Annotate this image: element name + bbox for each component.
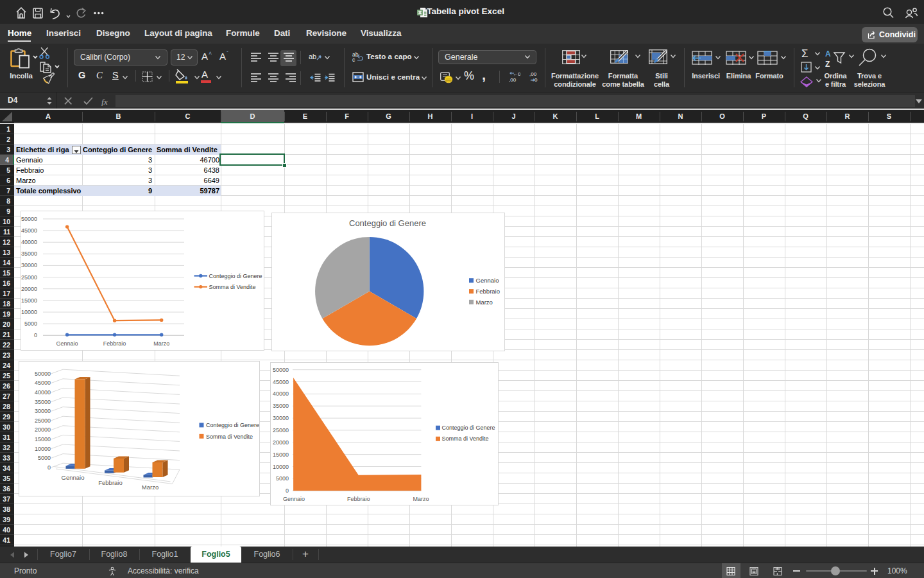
svg-text:10000: 10000	[273, 464, 289, 470]
svg-text:Conteggio di Genere: Conteggio di Genere	[209, 273, 262, 279]
svg-text:Marzo: Marzo	[153, 340, 169, 347]
svg-text:25000: 25000	[273, 427, 289, 434]
svg-text:20000: 20000	[21, 286, 37, 292]
svg-text:Gennaio: Gennaio	[283, 496, 305, 502]
svg-text:25000: 25000	[35, 417, 51, 424]
svg-text:,00: ,00	[509, 77, 517, 83]
svg-text:45000: 45000	[35, 380, 51, 386]
svg-text:Gennaio: Gennaio	[62, 474, 85, 481]
svg-text:15000: 15000	[21, 297, 37, 304]
svg-text:25000: 25000	[21, 274, 37, 281]
svg-text:30000: 30000	[273, 415, 289, 421]
svg-text:Marzo: Marzo	[413, 496, 429, 502]
svg-text:Somma di Vendite: Somma di Vendite	[442, 435, 489, 442]
svg-text:15000: 15000	[35, 436, 51, 442]
svg-text:,00: ,00	[529, 71, 537, 77]
svg-text:Conteggio di Genere: Conteggio di Genere	[349, 218, 426, 228]
svg-text:ab: ab	[309, 53, 316, 60]
svg-text:40000: 40000	[35, 389, 51, 396]
svg-text:Febbraio: Febbraio	[476, 288, 501, 295]
svg-text:10000: 10000	[21, 309, 37, 315]
svg-text:Somma di Vendite: Somma di Vendite	[206, 434, 253, 440]
svg-text:15000: 15000	[273, 451, 289, 458]
svg-text:Gennaio: Gennaio	[56, 340, 78, 347]
svg-text:50000: 50000	[35, 371, 51, 377]
svg-text:0: 0	[47, 464, 51, 471]
svg-text:50000: 50000	[273, 367, 289, 373]
svg-text:←0: ←0	[513, 71, 520, 77]
svg-text:Gennaio: Gennaio	[476, 277, 499, 284]
svg-text:Febbraio: Febbraio	[347, 496, 370, 502]
svg-text:Febbraio: Febbraio	[98, 479, 123, 486]
svg-text:45000: 45000	[21, 227, 37, 234]
svg-text:0: 0	[34, 332, 37, 338]
svg-text:20000: 20000	[273, 439, 289, 446]
svg-text:30000: 30000	[21, 262, 37, 268]
svg-text:20000: 20000	[35, 426, 51, 433]
svg-text:40000: 40000	[273, 390, 289, 397]
svg-text:Conteggio di Genere: Conteggio di Genere	[206, 422, 259, 428]
svg-text:Somma di Vendite: Somma di Vendite	[209, 284, 256, 290]
svg-text:5000: 5000	[24, 320, 37, 327]
svg-text:40000: 40000	[21, 239, 37, 245]
svg-text:35000: 35000	[273, 403, 289, 409]
svg-text:35000: 35000	[35, 399, 51, 405]
svg-text:Z: Z	[825, 60, 830, 69]
svg-text:5000: 5000	[38, 455, 51, 461]
svg-text:0: 0	[286, 487, 289, 494]
svg-text:5000: 5000	[276, 475, 289, 482]
svg-text:fx: fx	[101, 97, 108, 106]
svg-text:50000: 50000	[21, 216, 37, 222]
svg-text:Marzo: Marzo	[476, 299, 493, 306]
svg-text:Marzo: Marzo	[142, 484, 158, 491]
svg-text:Febbraio: Febbraio	[103, 340, 126, 347]
svg-text:45000: 45000	[273, 379, 289, 385]
svg-text:10000: 10000	[35, 446, 51, 452]
svg-text:35000: 35000	[21, 250, 37, 257]
svg-text:Conteggio di Genere: Conteggio di Genere	[442, 425, 495, 431]
svg-text:A: A	[825, 49, 831, 58]
svg-text:30000: 30000	[35, 408, 51, 414]
